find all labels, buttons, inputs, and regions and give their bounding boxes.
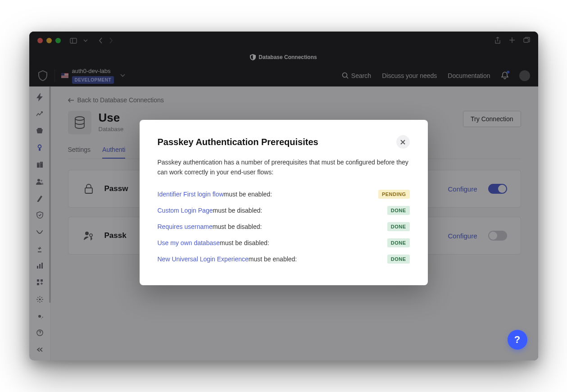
modal-close-button[interactable]	[396, 135, 410, 149]
close-icon	[400, 140, 405, 145]
prerequisites-modal: Passkey Authentication Prerequisites Pas…	[140, 120, 428, 285]
modal-description: Passkey authentication has a number of p…	[158, 158, 410, 177]
prerequisites-list: Identifier First login flow must be enab…	[158, 186, 410, 267]
prerequisite-text: must be disabled:	[213, 223, 262, 230]
prerequisite-link[interactable]: Use my own database	[158, 239, 220, 246]
modal-overlay[interactable]: Passkey Authentication Prerequisites Pas…	[29, 32, 538, 360]
prerequisite-row: Custom Login Page must be disabled:DONE	[158, 202, 410, 219]
prerequisite-link[interactable]: Custom Login Page	[158, 207, 213, 214]
app-window: Database Connections auth0-dev-labs DEVE…	[29, 32, 538, 360]
prerequisite-text: must be enabled:	[249, 255, 297, 263]
help-fab[interactable]: ?	[508, 330, 527, 350]
status-badge: DONE	[387, 222, 410, 231]
prerequisite-text: must be disabled:	[220, 239, 269, 246]
modal-title: Passkey Authentication Prerequisites	[158, 137, 318, 147]
prerequisite-link[interactable]: New Universal Login Experience	[158, 255, 249, 263]
prerequisite-row: New Universal Login Experience must be e…	[158, 251, 410, 267]
prerequisite-link[interactable]: Identifier First login flow	[158, 191, 224, 198]
status-badge: DONE	[387, 238, 410, 247]
status-badge: DONE	[387, 206, 410, 215]
prerequisite-row: Identifier First login flow must be enab…	[158, 186, 410, 202]
prerequisite-text: must be enabled:	[224, 191, 272, 198]
question-icon: ?	[514, 334, 520, 346]
prerequisite-text: must be disabled:	[213, 207, 262, 214]
status-badge: DONE	[387, 255, 410, 264]
prerequisite-row: Use my own database must be disabled:DON…	[158, 235, 410, 251]
prerequisite-row: Requires username must be disabled:DONE	[158, 219, 410, 235]
prerequisite-link[interactable]: Requires username	[158, 223, 213, 230]
status-badge: PENDING	[378, 190, 410, 199]
